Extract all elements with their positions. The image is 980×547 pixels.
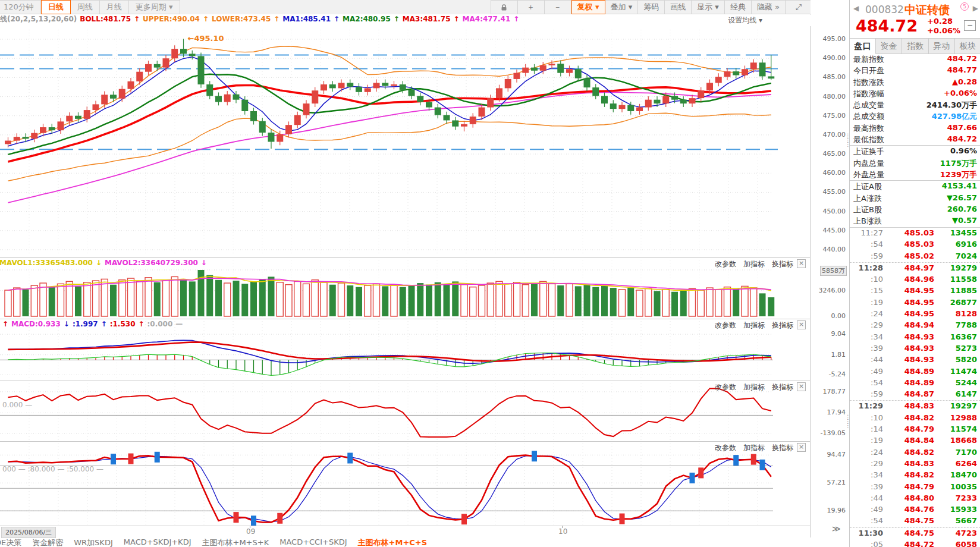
field-value: 484.72	[947, 54, 977, 63]
tick-price: 485.02	[893, 252, 934, 260]
macd-pane-links: 改参数加指标换指标	[708, 320, 793, 331]
panel-tab-指数[interactable]: 指数	[902, 39, 928, 54]
cci-pane-close-button[interactable]: ×	[797, 382, 806, 391]
tick-volume: 6916	[939, 240, 977, 249]
tick-price: 484.94	[893, 320, 934, 329]
tick-price: 484.80	[893, 493, 934, 502]
swap-indicator-link[interactable]: 换指标	[772, 260, 793, 268]
tick-row: :24484.827170	[850, 447, 980, 458]
display-dropdown[interactable]: 显示 ▾	[692, 0, 725, 14]
field-label: 最低指数	[853, 134, 884, 145]
tick-row: :54484.755667	[850, 515, 980, 527]
tick-time: :15	[855, 286, 883, 295]
tick-row: :59485.027024	[850, 251, 980, 262]
edit-params-link[interactable]: 改参数	[715, 260, 736, 268]
svg-text:←495.10: ←495.10	[188, 34, 224, 43]
tick-time: :34	[855, 470, 883, 479]
swap-indicator-link[interactable]: 换指标	[772, 321, 793, 329]
tick-price: 484.89	[893, 367, 934, 376]
quote-field-row: 上证B股260.76	[850, 204, 980, 215]
tick-price: 485.03	[893, 240, 934, 249]
zoom-in-button[interactable]: ＋	[518, 0, 545, 14]
preset-tab-WR加SKDJ[interactable]: WR加SKDJ	[74, 537, 113, 547]
tick-volume: 7024	[939, 252, 977, 260]
edit-params-link[interactable]: 改参数	[715, 321, 736, 329]
cci-pane[interactable]: 0.000 — 改参数加指标换指标×	[0, 381, 811, 442]
panel-tab-异动[interactable]: 异动	[929, 39, 955, 54]
tick-row: :54484.895244	[850, 378, 980, 389]
axis-label: 1.81	[812, 351, 846, 359]
lock-button[interactable]	[491, 0, 518, 14]
add-indicator-link[interactable]: 加指标	[743, 444, 765, 452]
quote-field-row: 外盘总量1239万手	[850, 169, 980, 181]
add-indicator-link[interactable]: 加指标	[743, 321, 765, 329]
field-label: 最新指数	[853, 54, 884, 65]
edit-params-link[interactable]: 改参数	[715, 383, 736, 391]
quote-field-row: 上B涨跌▼0.57	[850, 215, 980, 227]
axis-label: 19.96	[812, 507, 846, 514]
scroll-right-button[interactable]: ≫	[832, 524, 841, 533]
period-tab-月线[interactable]: 月线	[100, 0, 129, 14]
tick-price: 484.95	[893, 309, 934, 318]
quote-field-row: 今日开盘484.77	[850, 65, 980, 76]
axis-label: 9.04	[812, 330, 846, 338]
main-candlestick-chart[interactable]: ←495.10	[0, 26, 811, 258]
quote-fields: 最新指数484.72今日开盘484.77指数涨跌▲0.28指数涨幅+0.06%总…	[850, 54, 980, 227]
tick-row: :24484.958128	[850, 309, 980, 320]
hide-button[interactable]: 隐藏 »	[752, 0, 786, 14]
volume-pane[interactable]: MAVOL1:33365483.000↓MAVOL2:33640729.300↓…	[0, 257, 811, 319]
next-stock-arrow[interactable]: ▶	[973, 4, 978, 12]
swap-indicator-link[interactable]: 换指标	[772, 383, 793, 391]
panel-tab-资金[interactable]: 资金	[876, 39, 902, 54]
period-tab-更多周期 ▾[interactable]: 更多周期 ▾	[129, 0, 180, 14]
panel-tab-盘口[interactable]: 盘口	[850, 39, 876, 54]
skdj-pane-close-button[interactable]: ×	[797, 443, 806, 452]
prev-stock-arrow[interactable]: ◀	[853, 4, 859, 12]
fullscreen-button[interactable]: ⤢	[786, 0, 812, 14]
field-value: 484.77	[947, 65, 977, 74]
period-tab-周线[interactable]: 周线	[71, 0, 100, 14]
adjust-price-dropdown[interactable]: 复权 ▾	[571, 0, 605, 14]
classic-button[interactable]: 经典	[725, 0, 752, 14]
macd-pane-close-button[interactable]: ×	[797, 320, 806, 329]
field-value: 0.96%	[950, 146, 977, 155]
quote-panel: ◀ 000832 中证转债 5 ▶ 484.72 +0.28+0.06% − 盘…	[849, 0, 980, 547]
collapse-panel-button[interactable]: −	[964, 20, 976, 31]
tick-row: :59484.876147	[850, 389, 980, 400]
tick-time: :05	[855, 540, 883, 547]
swap-indicator-link[interactable]: 换指标	[772, 444, 793, 452]
tick-volume: 19279	[939, 263, 977, 272]
preset-tab-资金解密[interactable]: 资金解密	[32, 537, 63, 547]
field-value: 484.72	[947, 134, 977, 143]
edit-params-link[interactable]: 改参数	[715, 444, 736, 452]
tick-list[interactable]: 11:27485.0313455:54485.036916:59485.0270…	[850, 227, 980, 547]
volume-pane-close-button[interactable]: ×	[797, 259, 806, 268]
overlay-dropdown[interactable]: 叠加 ▾	[605, 0, 639, 14]
field-label: 今日开盘	[853, 65, 884, 76]
period-tab-120分钟[interactable]: 120分钟	[0, 0, 41, 14]
preset-tab-MACD+SKDJ+KDJ[interactable]: MACD+SKDJ+KDJ	[124, 537, 191, 547]
period-tab-日线[interactable]: 日线	[41, 0, 71, 14]
panel-tab-板块[interactable]: 板块	[955, 39, 980, 54]
quote-field-row: 上A涨跌▼26.57	[850, 193, 980, 204]
field-value: 2414.30万手	[926, 100, 977, 111]
tick-volume: 15933	[939, 505, 977, 514]
draw-line-button[interactable]: 画线	[665, 0, 692, 14]
chips-button[interactable]: 筹码	[638, 0, 665, 14]
add-indicator-link[interactable]: 加指标	[743, 260, 765, 268]
tick-row: :34484.8218470	[850, 470, 980, 481]
tick-row: :10484.9611558	[850, 274, 980, 285]
preset-tab-MACD+CCI+SKDJ[interactable]: MACD+CCI+SKDJ	[279, 537, 347, 547]
skdj-pane-links: 改参数加指标换指标	[708, 443, 793, 453]
skdj-pane[interactable]: 000 — :80.000 — :50.000 — 改参数加指标换指标×	[0, 441, 811, 526]
tick-row: :39484.935273	[850, 343, 980, 354]
preset-tab-主图布林+M+S+K[interactable]: 主图布林+M+S+K	[202, 537, 269, 547]
add-indicator-link[interactable]: 加指标	[743, 383, 765, 391]
macd-pane[interactable]: ↑MACD:0.933↓:1.997↑:1.530↑:0.000— 改参数加指标…	[0, 319, 811, 381]
preset-tab-主图布林+M+C+S[interactable]: 主图布林+M+C+S	[358, 537, 428, 547]
tick-volume: 26877	[939, 298, 977, 307]
set-ma-dropdown[interactable]: 设置均线 ▾	[728, 15, 762, 26]
preset-tab-DE决策[interactable]: DE决策	[0, 537, 21, 547]
zoom-out-button[interactable]: －	[545, 0, 571, 14]
field-label: 上证换手	[853, 146, 884, 157]
